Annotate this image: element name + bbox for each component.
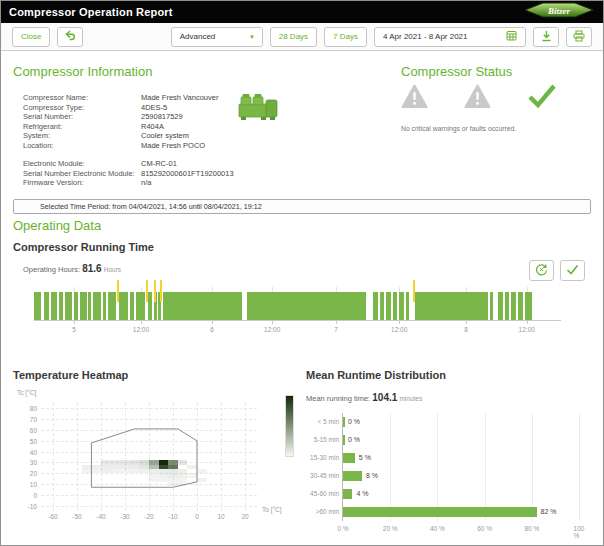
timeline-tick-label: 6 — [210, 326, 214, 333]
heatmap-y-tick-label: -10 — [28, 502, 37, 509]
bitzer-logo-icon: Bitzer — [523, 2, 595, 22]
timeline-run-segment — [130, 292, 134, 320]
distribution-x-tick-label: 20 % — [383, 525, 398, 532]
distribution-x-tick-label: 80 % — [524, 525, 539, 532]
timeline-axis-tick — [399, 321, 400, 324]
timeline-run-segment — [136, 292, 145, 320]
operating-hours-label: Operating Hours: — [23, 265, 80, 274]
heatmap-y-tick-label: 10 — [30, 481, 37, 488]
timeline-axis-tick — [141, 321, 142, 324]
heatmap-y-tick-label: 20 — [30, 470, 37, 477]
chevron-down-icon: ▾ — [250, 33, 254, 41]
distribution-category-label: 15-30 min — [306, 449, 339, 467]
field-label: System: — [23, 131, 141, 141]
distribution-value-label: 0 % — [348, 431, 360, 449]
timeline-warning-event — [413, 280, 415, 302]
timeline-axis-tick — [74, 321, 75, 324]
mean-running-time-label: Mean running time: — [306, 394, 372, 403]
close-button[interactable]: Close — [12, 27, 50, 47]
distribution-gridline — [437, 413, 438, 521]
compressor-status-heading: Compressor Status — [401, 64, 512, 79]
distribution-gridline — [579, 413, 580, 521]
field-value: 4DES-5 — [141, 103, 218, 113]
operating-data-heading: Operating Data — [13, 218, 101, 233]
status-icons — [401, 83, 557, 113]
field-value: CM-RC-01 — [141, 159, 234, 169]
distribution-x-tick-label: 40 % — [430, 525, 445, 532]
timeline-run-segment — [498, 292, 503, 320]
timeline-run-segment — [93, 292, 101, 320]
heatmap-y-tick-label: 60 — [30, 427, 37, 434]
undo-arrow-icon — [64, 30, 77, 44]
download-arrow-icon — [541, 30, 552, 44]
distribution-category-label: 30-45 min — [306, 467, 339, 485]
distribution-category-label: 5-15 min — [306, 431, 339, 449]
field-label: Serial Number Electronic Module: — [23, 169, 141, 179]
heatmap-x-tick-label: -20 — [144, 513, 153, 520]
timeline-warning-event — [160, 280, 162, 302]
timeline-run-segment — [108, 292, 116, 320]
timeline-axis-tick — [272, 321, 273, 324]
back-button[interactable] — [57, 27, 83, 47]
range-7-days-button[interactable]: 7 Days — [324, 27, 367, 47]
heatmap-x-tick-label: 0 — [195, 513, 199, 520]
distribution-value-label: 0 % — [348, 413, 360, 431]
distribution-bar — [343, 507, 537, 517]
print-button[interactable] — [566, 27, 592, 47]
range-28-days-button[interactable]: 28 Days — [270, 27, 317, 47]
timeline-warning-event — [154, 280, 156, 302]
field-value: 815292000601FT19200013 — [141, 169, 234, 179]
timeline-run-segment — [88, 292, 91, 320]
field-label: Compressor Type: — [23, 103, 141, 113]
field-label: Firmware Version: — [23, 178, 141, 188]
timeline-tick-label: 7 — [334, 326, 338, 333]
operating-hours-value: 81.6 — [82, 263, 101, 274]
timeline-warning-event — [146, 280, 148, 302]
heatmap-x-tick-label: -40 — [96, 513, 105, 520]
field-value: Cooler system — [141, 131, 218, 141]
reset-zoom-button[interactable] — [529, 260, 554, 281]
report-mode-value: Advanced — [180, 32, 216, 41]
distribution-bar — [343, 453, 355, 463]
heatmap-y-tick-label: 40 — [30, 448, 37, 455]
warning-triangle-icon — [464, 84, 491, 113]
heatmap-y-tick-label: 70 — [30, 416, 37, 423]
timeline-run-segment — [399, 292, 404, 320]
timeline-run-segment — [51, 292, 57, 320]
temperature-heatmap-chart: -60-50-40-30-20-1001020-1001020304050607… — [41, 403, 257, 511]
running-time-chart[interactable]: 512:00612:00712:00812:00 — [34, 287, 561, 321]
reset-zoom-icon — [535, 263, 548, 278]
distribution-value-label: 4 % — [356, 485, 368, 503]
timeline-axis-tick — [336, 321, 337, 324]
timeline-run-segment — [59, 292, 63, 320]
application-envelope-outline — [41, 403, 257, 511]
page-title: Compressor Operation Report — [9, 6, 173, 18]
distribution-gridline — [532, 413, 533, 521]
timeline-tick-label: 12:00 — [519, 326, 535, 333]
report-mode-select[interactable]: Advanced ▾ — [171, 27, 263, 47]
timeline-run-segment — [163, 292, 242, 320]
heatmap-y-tick-label: 80 — [30, 405, 37, 412]
distribution-category-label: < 5 min — [306, 413, 339, 431]
timeline-run-segment — [525, 292, 532, 320]
timeline-run-segment — [247, 292, 366, 320]
confirm-button[interactable] — [560, 260, 585, 281]
download-button[interactable] — [533, 27, 559, 47]
date-range-value: 4 Apr 2021 - 8 Apr 2021 — [383, 32, 468, 41]
timeline-run-segment — [119, 292, 128, 320]
field-label: Electronic Module: — [23, 159, 141, 169]
timeline-axis-tick — [466, 321, 467, 324]
heatmap-y-tick-label: 50 — [30, 437, 37, 444]
timeline-axis-tick — [527, 321, 528, 324]
distribution-category-label: 45-60 min — [306, 485, 339, 503]
field-label: Serial Number: — [23, 112, 141, 122]
heatmap-y-axis-label: Tc [°C] — [17, 389, 36, 396]
distribution-value-label: 82 % — [541, 503, 557, 521]
running-time-title: Compressor Running Time — [13, 241, 154, 253]
timeline-run-segment — [44, 292, 49, 320]
date-range-picker[interactable]: 4 Apr 2021 - 8 Apr 2021 — [374, 27, 526, 47]
timeline-tick-label: 12:00 — [264, 326, 280, 333]
distribution-bar — [343, 435, 345, 445]
timeline-run-segment — [34, 292, 41, 320]
distribution-x-tick-label: 100 % — [574, 525, 585, 539]
